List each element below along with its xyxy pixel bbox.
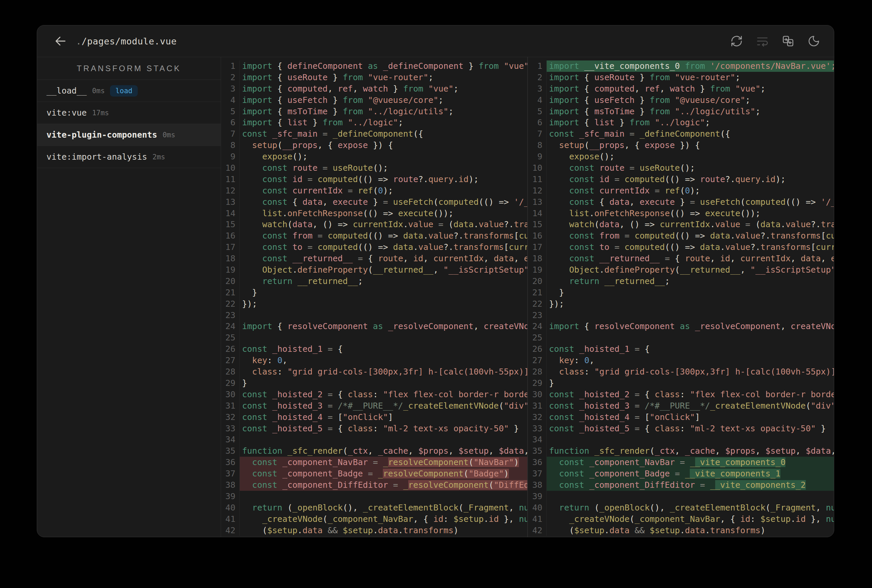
code-line: 35function _sfc_render(_ctx, _cache, $pr… (528, 446, 834, 457)
sidebar-item-vite-import-analysis[interactable]: vite:import-analysis2ms (37, 146, 221, 168)
plugin-time: 2ms (152, 153, 165, 161)
code-line: 2import { useRoute } from "vue-router"; (528, 72, 834, 83)
code-line: 39 (221, 491, 527, 502)
line-number: 33 (528, 423, 547, 434)
line-number: 15 (528, 219, 547, 230)
sidebar-item-vite-plugin-components[interactable]: vite-plugin-components0ms (37, 124, 221, 146)
code-line: 41 _createVNode(_component_NavBar, { id:… (221, 513, 527, 525)
line-number: 35 (528, 446, 547, 457)
code-line: 1import { defineComponent as _defineComp… (221, 60, 527, 72)
code-text: const _sfc_main = _defineComponent({ (547, 128, 834, 140)
code-line: 10 const route = useRoute(); (528, 162, 834, 174)
line-number: 17 (528, 242, 547, 253)
code-text: import { useRoute } from "vue-router"; (240, 72, 527, 83)
code-line: 24import { resolveComponent as _resolveC… (528, 321, 834, 332)
code-text: watch(data, () => currentIdx.value = (da… (240, 219, 527, 230)
code-text (240, 332, 527, 344)
code-line: 40 return (_openBlock(), _createElementB… (528, 502, 834, 513)
code-text: const _component_NavBar = _resolveCompon… (240, 457, 527, 468)
code-text: }); (547, 298, 834, 310)
line-number: 7 (528, 128, 547, 140)
code-line: 36 const _component_NavBar = __vite_comp… (528, 457, 834, 468)
code-line: 7const _sfc_main = _defineComponent({ (221, 128, 527, 140)
code-line: 42 ($setup.data && $setup.data.transform… (221, 525, 527, 536)
header-actions (729, 33, 822, 49)
code-text: const _component_DiffEditor = _resolveCo… (240, 479, 527, 491)
code-line: 20 return __returned__; (528, 276, 834, 287)
code-line: 31const _hoisted_3 = /*#__PURE__*/_creat… (528, 400, 834, 412)
code-line: 14 list.onFetchResponse(() => execute())… (528, 208, 834, 219)
plugin-name: vite:vue (47, 108, 87, 118)
code-text: const id = computed(() => route?.query.i… (240, 174, 527, 185)
code-text: const _hoisted_5 = { class: "ml-2 text-x… (240, 423, 527, 434)
dark-mode-button[interactable] (806, 33, 822, 49)
code-line: 29} (528, 378, 834, 389)
vite-inspect-window: ./pages/module.vue (37, 25, 834, 537)
plugin-name: vite-plugin-components (47, 130, 157, 140)
line-number: 36 (221, 457, 240, 468)
code-text: _createVNode(_component_NavBar, { id: $s… (547, 513, 834, 525)
line-number: 30 (221, 389, 240, 400)
code-text: import __vite_components_0 from '/compon… (547, 60, 834, 72)
code-text: function _sfc_render(_ctx, _cache, $prop… (547, 446, 834, 457)
code-text: list.onFetchResponse(() => execute()); (240, 208, 527, 219)
code-line: 30const _hoisted_2 = { class: "flex flex… (221, 389, 527, 400)
code-line: 10 const route = useRoute(); (221, 162, 527, 174)
code-line: 6import { list } from "../logic"; (221, 117, 527, 128)
code-line: 24import { resolveComponent as _resolveC… (221, 321, 527, 332)
line-number: 36 (528, 457, 547, 468)
code-line: 13 const { data, execute } = useFetch(co… (221, 196, 527, 208)
line-number: 5 (528, 106, 547, 117)
code-text: const _sfc_main = _defineComponent({ (240, 128, 527, 140)
line-number: 22 (528, 298, 547, 310)
back-button[interactable] (53, 33, 69, 49)
line-number: 15 (221, 219, 240, 230)
code-line: 19 Object.defineProperty(__returned__, "… (221, 264, 527, 276)
code-text (240, 434, 527, 446)
code-line: 34 (221, 434, 527, 446)
code-text: class: "grid grid-cols-[300px,3fr] h-[ca… (240, 366, 527, 378)
refresh-button[interactable] (729, 33, 744, 49)
code-line: 3import { computed, ref, watch } from "v… (528, 83, 834, 94)
sidebar-item-vite-vue[interactable]: vite:vue17ms (37, 102, 221, 124)
code-text: } (240, 287, 527, 298)
line-number: 38 (528, 479, 547, 491)
sidebar-item--load-[interactable]: __load__0msload (37, 80, 221, 102)
line-number: 10 (221, 162, 240, 174)
inline-diff-button[interactable] (780, 33, 796, 49)
code-text: import { useRoute } from "vue-router"; (547, 72, 834, 83)
code-text: import { defineComponent as _defineCompo… (240, 60, 527, 72)
code-line: 32const _hoisted_4 = ["onClick"] (221, 412, 527, 423)
code-text: const route = useRoute(); (240, 162, 527, 174)
code-line: 27 key: 0, (528, 355, 834, 366)
code-text: const { data, execute } = useFetch(compu… (547, 196, 834, 208)
code-text: const __returned__ = { route, id, curren… (547, 253, 834, 264)
code-line: 41 _createVNode(_component_NavBar, { id:… (528, 513, 834, 525)
line-number: 19 (528, 264, 547, 276)
code-line: 26const _hoisted_1 = { (221, 344, 527, 355)
code-line: 21 } (221, 287, 527, 298)
line-number: 31 (221, 400, 240, 412)
code-text: import { msToTime } from "../logic/utils… (240, 106, 527, 117)
line-number: 9 (528, 151, 547, 162)
code-line: 15 watch(data, () => currentIdx.value = … (528, 219, 834, 230)
code-line: 32const _hoisted_4 = ["onClick"] (528, 412, 834, 423)
code-line: 33const _hoisted_5 = { class: "ml-2 text… (528, 423, 834, 434)
code-line: 19 Object.defineProperty(__returned__, "… (528, 264, 834, 276)
line-number: 40 (528, 502, 547, 513)
line-number: 27 (221, 355, 240, 366)
line-wrap-button[interactable] (754, 33, 770, 49)
code-line: 25 (528, 332, 834, 344)
line-number: 32 (221, 412, 240, 423)
code-text: const _component_Badge = _resolveCompone… (240, 468, 527, 479)
line-number: 11 (221, 174, 240, 185)
code-line: 8 setup(__props, { expose }) { (528, 140, 834, 151)
line-number: 28 (221, 366, 240, 378)
code-text: Object.defineProperty(__returned__, "__i… (240, 264, 527, 276)
code-line: 5import { msToTime } from "../logic/util… (221, 106, 527, 117)
code-line: 34 (528, 434, 834, 446)
transform-stack-list: __load__0msloadvite:vue17msvite-plugin-c… (37, 80, 221, 168)
code-text: import { msToTime } from "../logic/utils… (547, 106, 834, 117)
line-number: 37 (528, 468, 547, 479)
code-line: 3import { computed, ref, watch } from "v… (221, 83, 527, 94)
